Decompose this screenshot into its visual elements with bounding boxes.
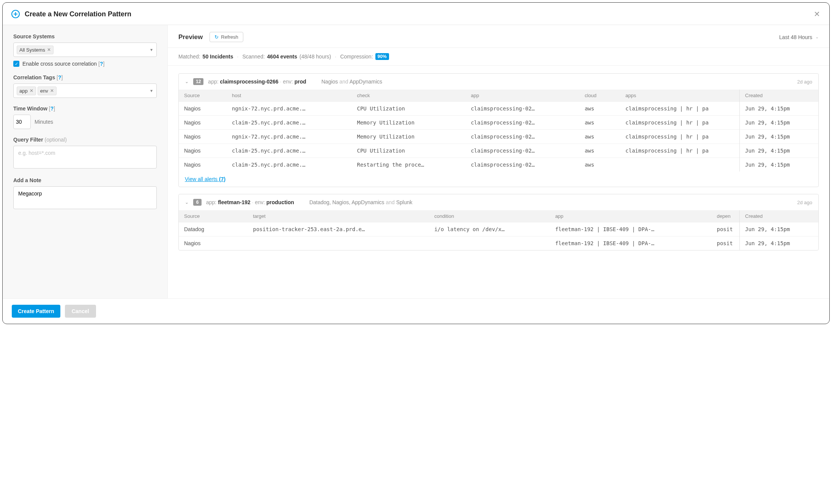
create-pattern-button[interactable]: Create Pattern [12, 305, 60, 318]
col-header: check [351, 90, 465, 102]
modal: Create a New Correlation Pattern ✕ Sourc… [2, 2, 830, 324]
chip-remove-icon[interactable]: ✕ [47, 47, 51, 52]
view-all-alerts-link[interactable]: View all alerts (7) [185, 176, 225, 182]
field-query-filter: Query Filter (optional) [13, 137, 157, 170]
sidebar: Source Systems All Systems✕ ▾ ✓ Enable c… [3, 25, 168, 298]
table-row[interactable]: Nagiosngnix-72.nyc.prd.acme.…CPU Utiliza… [179, 102, 818, 116]
incident-card: ⌄6app: fleetman-192 · env: productionDat… [178, 194, 819, 250]
col-header: app [465, 90, 579, 102]
incident-sources: Nagios and AppDynamics [321, 79, 382, 85]
incident-ago: 2d ago [797, 200, 812, 205]
field-correlation-tags: Correlation Tags [?] app✕ env✕ ▾ [13, 74, 157, 98]
chip-all-systems[interactable]: All Systems✕ [17, 46, 54, 54]
col-header: Source [179, 90, 227, 102]
chip-remove-icon[interactable]: ✕ [30, 88, 33, 93]
refresh-icon: ↻ [214, 34, 219, 40]
query-filter-label: Query Filter (optional) [13, 137, 157, 143]
col-header: depen [712, 210, 740, 222]
col-header: app [550, 210, 712, 222]
modal-title: Create a New Correlation Pattern [25, 10, 814, 18]
col-header: target [247, 210, 429, 222]
time-window-label: Time Window [?] [13, 106, 157, 112]
table-row[interactable]: Nagiosclaim-25.nyc.prd.acme.…Memory Util… [179, 116, 818, 130]
table-row[interactable]: Nagiosclaim-25.nyc.prd.acme.…Restarting … [179, 158, 818, 172]
help-icon[interactable]: ? [50, 106, 54, 112]
chip-remove-icon[interactable]: ✕ [50, 88, 54, 93]
note-label: Add a Note [13, 177, 157, 183]
preview-header: Preview ↻ Refresh Last 48 Hours ⌄ [168, 25, 829, 47]
plus-circle-icon [11, 9, 20, 19]
correlation-tags-input[interactable]: app✕ env✕ ▾ [13, 83, 157, 98]
incident-count-badge: 6 [193, 199, 202, 206]
timerange-selector[interactable]: Last 48 Hours ⌄ [779, 34, 819, 40]
enable-cross-label: Enable cross source correlation [22, 61, 97, 67]
col-header: Created [740, 90, 818, 102]
col-header: cloud [579, 90, 620, 102]
help-icon[interactable]: ? [58, 74, 61, 80]
stat-scanned: 4604 events [267, 54, 297, 60]
chip-env[interactable]: env✕ [38, 87, 57, 95]
chevron-down-icon: ⌄ [815, 35, 819, 39]
query-filter-input[interactable] [13, 146, 157, 169]
preview-title: Preview [178, 33, 203, 41]
col-header: condition [429, 210, 550, 222]
close-icon[interactable]: ✕ [814, 9, 820, 19]
col-header: apps [620, 90, 740, 102]
incident-sources: Datadog, Nagios, AppDynamics and Splunk [309, 199, 413, 205]
time-window-input[interactable] [13, 115, 31, 129]
col-header: Created [740, 210, 818, 222]
modal-footer: Create Pattern Cancel [3, 298, 829, 324]
stat-matched: 50 Incidents [203, 54, 233, 60]
incidents-list: ⌄12app: claimsprocessing-0266 · env: pro… [168, 66, 829, 265]
note-input[interactable]: Megacorp [13, 186, 157, 209]
incident-tags: app: claimsprocessing-0266 · env: prod [208, 79, 306, 85]
field-time-window: Time Window [?] Minutes [13, 106, 157, 129]
incident-count-badge: 12 [193, 78, 203, 85]
incident-tags: app: fleetman-192 · env: production [206, 199, 294, 205]
table-row[interactable]: Nagiosngnix-72.nyc.prd.acme.…Memory Util… [179, 130, 818, 144]
stats-bar: Matched: 50 Incidents · Scanned: 4604 ev… [168, 47, 829, 66]
col-header: Source [179, 210, 247, 222]
chevron-down-icon[interactable]: ▾ [150, 47, 153, 52]
main: Preview ↻ Refresh Last 48 Hours ⌄ Matche… [168, 25, 829, 298]
refresh-button[interactable]: ↻ Refresh [210, 32, 243, 42]
table-row[interactable]: Nagiosfleetman-192 | IBSE-409 | DPA-…pos… [179, 236, 818, 250]
time-window-unit: Minutes [35, 119, 53, 125]
chip-app[interactable]: app✕ [17, 87, 36, 95]
field-source-systems: Source Systems All Systems✕ ▾ ✓ Enable c… [13, 33, 157, 67]
incident-ago: 2d ago [797, 79, 812, 85]
modal-header: Create a New Correlation Pattern ✕ [3, 3, 829, 25]
correlation-tags-label: Correlation Tags [?] [13, 74, 157, 80]
chevron-down-icon[interactable]: ⌄ [185, 200, 189, 205]
help-icon[interactable]: ? [100, 61, 103, 67]
col-header: host [227, 90, 352, 102]
stat-compression: 90% [375, 53, 389, 60]
chevron-down-icon[interactable]: ▾ [150, 88, 153, 93]
incident-table: SourcehostcheckappcloudappsCreatedNagios… [179, 90, 818, 172]
help-bracket: [ [97, 61, 100, 67]
incident-table: SourcetargetconditionappdepenCreatedData… [179, 210, 818, 250]
chevron-down-icon[interactable]: ⌄ [185, 79, 189, 84]
source-systems-input[interactable]: All Systems✕ ▾ [13, 43, 157, 57]
enable-cross-row[interactable]: ✓ Enable cross source correlation [?] [13, 61, 157, 67]
field-note: Add a Note Megacorp [13, 177, 157, 210]
source-systems-label: Source Systems [13, 33, 157, 39]
incident-card: ⌄12app: claimsprocessing-0266 · env: pro… [178, 73, 819, 187]
checkbox-checked-icon[interactable]: ✓ [13, 61, 19, 67]
modal-body: Source Systems All Systems✕ ▾ ✓ Enable c… [3, 25, 829, 298]
table-row[interactable]: Nagiosclaim-25.nyc.prd.acme.…CPU Utiliza… [179, 144, 818, 158]
cancel-button[interactable]: Cancel [65, 305, 96, 318]
table-row[interactable]: Datadogposition-tracker-253.east-2a.prd.… [179, 222, 818, 236]
